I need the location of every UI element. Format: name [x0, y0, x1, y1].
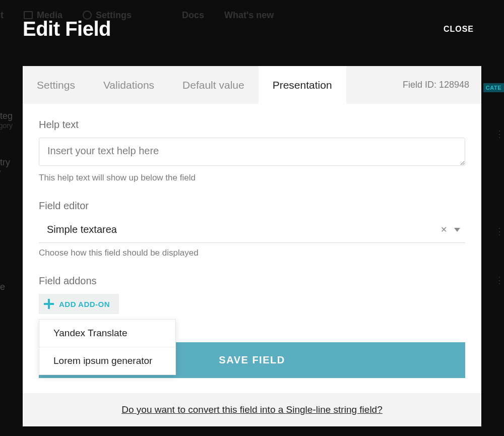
- svg-marker-0: [454, 228, 460, 232]
- tab-presentation[interactable]: Presentation: [259, 66, 346, 104]
- plus-icon: [44, 299, 54, 309]
- clear-icon[interactable]: ✕: [440, 225, 447, 234]
- add-addon-label: ADD ADD-ON: [59, 300, 110, 308]
- chevron-down-icon: [454, 228, 460, 232]
- background-sidebar: ateg egory ntry ry ge y: [0, 111, 13, 358]
- modal-footer: Do you want to convert this field into a…: [23, 393, 481, 426]
- row-drag-icon: ⋮: [495, 226, 504, 237]
- field-editor-select[interactable]: Simple textarea ✕: [39, 219, 465, 243]
- modal-title: Edit Field: [23, 18, 111, 40]
- nav-content: ent: [0, 10, 4, 21]
- field-editor-value: Simple textarea: [47, 224, 440, 235]
- field-editor-hint: Choose how this field should be displaye…: [39, 248, 465, 258]
- add-addon-button[interactable]: ADD ADD-ON: [39, 294, 119, 314]
- addon-dropdown: Yandex Translate Lorem ipsum generator: [39, 319, 176, 375]
- tab-validations[interactable]: Validations: [89, 66, 168, 104]
- tabbar: Settings Validations Default value Prese…: [23, 66, 481, 104]
- field-editor-block: Field editor Simple textarea ✕ Choose ho…: [39, 200, 465, 258]
- convert-field-link[interactable]: Do you want to convert this field into a…: [121, 404, 383, 415]
- row-drag-icon: ⋮: [495, 129, 504, 140]
- row-drag-icon: ⋮: [495, 275, 504, 286]
- background-tag: CATE: [483, 83, 504, 92]
- close-button[interactable]: CLOSE: [444, 25, 474, 34]
- help-text-hint: This help text will show up below the fi…: [39, 173, 465, 183]
- help-text-input[interactable]: [39, 138, 465, 166]
- tab-settings[interactable]: Settings: [23, 66, 89, 104]
- help-text-label: Help text: [39, 119, 465, 131]
- field-editor-label: Field editor: [39, 200, 465, 212]
- field-id-label: Field ID: 128948: [391, 66, 481, 104]
- tab-default-value[interactable]: Default value: [168, 66, 259, 104]
- edit-field-modal: Settings Validations Default value Prese…: [23, 66, 481, 426]
- field-addons-block: Field addons ADD ADD-ON Yandex Translate…: [39, 275, 465, 314]
- addon-option-lorem[interactable]: Lorem ipsum generator: [39, 347, 175, 375]
- addon-option-yandex[interactable]: Yandex Translate: [39, 320, 175, 347]
- field-addons-label: Field addons: [39, 275, 465, 287]
- help-text-block: Help text This help text will show up be…: [39, 119, 465, 183]
